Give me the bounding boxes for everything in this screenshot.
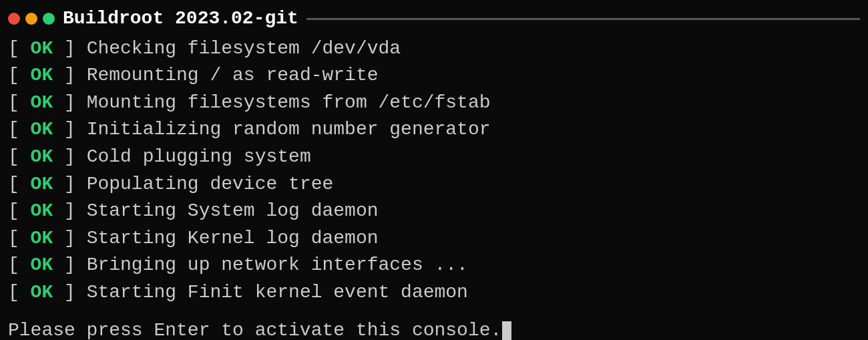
log-message: Cold plugging system [75,144,311,171]
log-line: [ OK ] Starting Kernel log daemon [8,225,860,252]
ok-badge: OK [31,116,53,144]
ok-badge: OK [31,90,53,117]
log-container: [ OK ] Checking filesystem /dev/vda[ OK … [8,35,860,307]
log-line: [ OK ] Initializing random number genera… [8,116,860,144]
bracket-right: ] [53,171,75,198]
bracket-left: [ [8,90,31,117]
log-message: Checking filesystem /dev/vda [75,35,401,63]
bracket-left: [ [8,198,31,225]
log-line: [ OK ] Populating device tree [8,171,860,198]
bracket-left: [ [8,35,31,63]
log-line: [ OK ] Starting Finit kernel event daemo… [8,279,860,307]
bracket-left: [ [8,116,31,144]
log-line: [ OK ] Remounting / as read-write [8,62,860,90]
log-message: Starting Finit kernel event daemon [75,279,468,307]
log-message: Remounting / as read-write [75,62,379,90]
prompt-text: Please press Enter to activate this cons… [8,317,501,340]
log-message: Starting System log daemon [75,198,379,225]
ok-badge: OK [31,198,53,225]
log-message: Populating device tree [75,171,333,198]
bracket-left: [ [8,144,31,171]
ok-badge: OK [31,252,53,279]
log-line: [ OK ] Starting System log daemon [8,198,860,225]
dot-red [8,13,20,25]
window-title: Buildroot 2023.02-git [63,5,298,33]
title-bar: Buildroot 2023.02-git [8,5,860,33]
bracket-right: ] [53,35,75,63]
log-message: Mounting filesystems from /etc/fstab [75,90,491,117]
bracket-left: [ [8,279,31,307]
log-line: [ OK ] Mounting filesystems from /etc/fs… [8,90,860,117]
ok-badge: OK [31,279,53,307]
terminal-window: Buildroot 2023.02-git [ OK ] Checking fi… [8,5,860,340]
bracket-right: ] [53,116,75,144]
bracket-left: [ [8,225,31,252]
log-message: Initializing random number generator [75,116,491,144]
bracket-right: ] [53,252,75,279]
dot-green [43,13,55,25]
bracket-left: [ [8,252,31,279]
ok-badge: OK [31,62,53,90]
ok-badge: OK [31,144,53,171]
bracket-left: [ [8,171,31,198]
cursor [502,321,511,340]
ok-badge: OK [31,171,53,198]
ok-badge: OK [31,35,53,63]
bracket-right: ] [53,279,75,307]
bracket-right: ] [53,90,75,117]
bracket-left: [ [8,62,31,90]
log-message: Bringing up network interfaces ... [75,252,468,279]
bracket-right: ] [53,198,75,225]
bracket-right: ] [53,62,75,90]
ok-badge: OK [31,225,53,252]
log-line: [ OK ] Bringing up network interfaces ..… [8,252,860,279]
log-message: Starting Kernel log daemon [75,225,379,252]
log-line: [ OK ] Checking filesystem /dev/vda [8,35,860,63]
bracket-right: ] [53,144,75,171]
bracket-right: ] [53,225,75,252]
dot-yellow [25,13,37,25]
prompt-line[interactable]: Please press Enter to activate this cons… [8,317,860,340]
log-line: [ OK ] Cold plugging system [8,144,860,171]
title-separator [306,18,860,20]
